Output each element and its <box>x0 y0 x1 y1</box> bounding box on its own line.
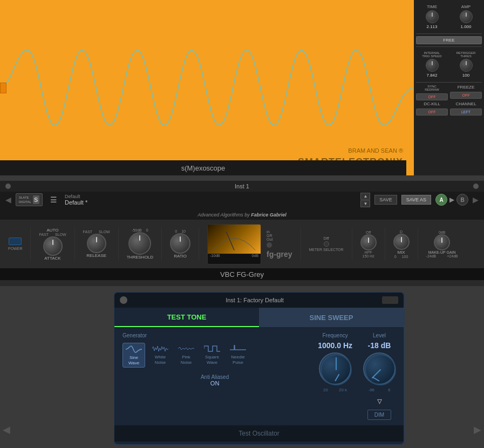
threshold-knob[interactable] <box>128 232 151 255</box>
osc-handle[interactable] <box>0 83 6 93</box>
save-button[interactable]: SAVE <box>374 195 397 205</box>
in-label: In <box>267 230 272 234</box>
time-knob[interactable] <box>426 10 439 23</box>
sep-2 <box>74 228 75 260</box>
mix-low: 0 <box>394 255 397 259</box>
time-label: TIME <box>427 4 437 9</box>
freeze-group: FREEZE OFF <box>450 85 482 100</box>
release-fast-slow: FAST SLOW <box>83 230 110 234</box>
tab-test-tone[interactable]: TEST TONE <box>114 308 259 327</box>
square-wave-icon <box>204 344 220 353</box>
pink-noise-item[interactable]: PinkNoise <box>175 343 197 368</box>
ratio-knob[interactable] <box>170 233 190 254</box>
white-noise-label: WhiteNoise <box>155 355 166 365</box>
tab-sine-sweep[interactable]: SINE SWEEP <box>259 308 404 327</box>
needle-pulse-item[interactable]: NeedlePulse <box>227 343 249 368</box>
slate-logo: SLATE DIGITAL S <box>16 193 43 206</box>
freeze-button[interactable]: OFF <box>450 92 482 99</box>
hpf-off-label: Off <box>366 230 371 234</box>
svg-text:S: S <box>34 196 38 203</box>
dim-button[interactable]: DIM <box>367 410 391 420</box>
waveform-list: SineWave WhiteNoise PinkNoise <box>122 343 307 368</box>
generator-label: Generator <box>122 332 307 338</box>
dc-kill-button[interactable]: OFF <box>416 108 448 116</box>
osc-divider-2 <box>416 46 482 47</box>
white-noise-item[interactable]: WhiteNoise <box>149 343 171 368</box>
sep-7 <box>352 228 352 260</box>
release-label: RELEASE <box>86 253 106 258</box>
vu-indicator <box>267 242 272 248</box>
power-button[interactable] <box>9 237 22 245</box>
level-value: -18 dB <box>368 341 391 350</box>
vbc-panel: ◀ SLATE DIGITAL S ☰ Default Default * ▲ … <box>0 192 484 286</box>
release-inner: FAST SLOW RELEASE <box>83 230 110 258</box>
vbc-left-nav[interactable]: ◀ <box>3 424 10 436</box>
dc-kill-label: DC-KILL <box>424 101 440 106</box>
frequency-knob[interactable] <box>319 352 351 385</box>
sine-wave-icon <box>126 345 142 354</box>
makeup-high: +24dB <box>447 254 458 258</box>
makeup-knob[interactable] <box>434 234 450 250</box>
release-knob[interactable] <box>87 234 106 253</box>
frequency-value: 1000.0 Hz <box>318 341 352 350</box>
meter-selector-knob[interactable] <box>324 241 329 247</box>
oscilloscope-title: s(M)exoscope <box>181 164 226 172</box>
test-osc-titlebar: Inst 1: Factory Default <box>114 293 404 308</box>
threshold-scale: -50dB 0 <box>132 228 148 232</box>
mix-knob[interactable] <box>393 234 410 250</box>
attack-slow-label: SLOW <box>55 233 66 236</box>
nav-bar: Inst 1 <box>0 181 484 192</box>
in-gr-out: In GR Out <box>267 230 272 241</box>
oscilloscope-panel: BRAM AND SEAN ® SMARTELECTRONIX TIME 2.1… <box>0 0 484 175</box>
save-as-button[interactable]: SAVE AS <box>401 195 431 205</box>
meter-selector-section: Diff METER SELECTOR <box>309 236 344 252</box>
oscilloscope-titlebar: s(M)exoscope <box>0 160 406 175</box>
slate-logo-svg: SLATE DIGITAL S <box>17 194 42 205</box>
vu-light <box>267 242 272 249</box>
hpf-section: Off HPF 150 Hz <box>360 230 377 258</box>
diff-label: Diff <box>323 236 329 240</box>
ratio-scale-low: 0 <box>175 229 177 233</box>
trig-knob[interactable] <box>426 59 439 72</box>
test-osc-close[interactable] <box>120 296 127 304</box>
osc-sync-row: SYNCREDRAW OFF FREEZE OFF <box>416 85 482 100</box>
power-section: POWER <box>8 237 22 250</box>
level-label: Level <box>373 332 386 338</box>
retrig-knob[interactable] <box>460 59 473 72</box>
ab-b-button[interactable]: B <box>456 194 468 206</box>
preset-down-button[interactable]: ▼ <box>360 200 370 207</box>
hpf-knob[interactable] <box>360 234 377 250</box>
vu-meter-section: -10dB 0dB <box>207 224 261 264</box>
attack-knob-wrap: FAST SLOW ATTACK <box>39 233 66 261</box>
ab-a-button[interactable]: A <box>435 194 447 206</box>
sine-wave-item[interactable]: SineWave <box>122 343 145 368</box>
mix-section: D MIX 0 100 <box>393 230 410 259</box>
attack-knob[interactable] <box>43 236 63 256</box>
ab-arrow[interactable]: ▶ <box>449 196 454 203</box>
trig-value: 7.842 <box>426 73 437 78</box>
level-high: 6 <box>388 388 390 392</box>
osc-amp-group: AMP 1.000 <box>450 2 482 31</box>
free-button[interactable]: FREE <box>416 36 482 44</box>
vbc-nav-left[interactable]: ◀ <box>5 195 11 204</box>
osc-time-amp-row: TIME 2.113 AMP 1.000 <box>416 2 482 31</box>
amp-value: 1.000 <box>460 24 471 29</box>
anti-aliased-value[interactable]: ON <box>122 380 307 386</box>
amp-knob[interactable] <box>460 10 473 23</box>
preset-up-button[interactable]: ▲ <box>360 193 370 200</box>
threshold-scale-low: -50dB <box>132 228 142 232</box>
sync-redraw-button[interactable]: OFF <box>416 93 448 100</box>
mix-label: MIX <box>397 250 405 255</box>
hamburger-button[interactable]: ☰ <box>47 194 60 205</box>
amp-label: AMP <box>461 4 471 9</box>
vbc-right-nav[interactable]: ▶ <box>474 424 481 436</box>
level-knob[interactable] <box>363 352 396 385</box>
oscilloscope-sidebar: TIME 2.113 AMP 1.000 FREE INTERNALTRIG S… <box>414 0 484 175</box>
ab-section: A ▶ B <box>435 194 468 206</box>
threshold-label: THRESHOLD <box>127 255 153 260</box>
white-noise-icon <box>152 344 168 353</box>
ratio-label: RATIO <box>174 254 187 259</box>
vbc-nav-right[interactable]: ▶ <box>473 195 479 204</box>
square-wave-item[interactable]: SquareWave <box>201 343 223 368</box>
channel-button[interactable]: LEFT <box>450 108 482 116</box>
